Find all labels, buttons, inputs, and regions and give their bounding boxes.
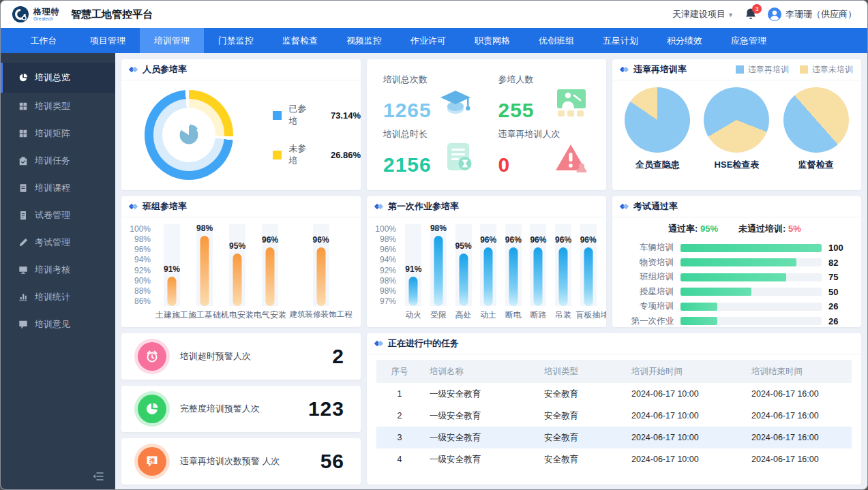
bar-column-1: 91% [401,224,426,306]
card-training-stats: 培训总次数1265参培人数255培训总时长2156违章再培训人次0 [367,59,606,190]
x-category-label: 动火 [401,309,426,321]
pie-chart-2 [704,87,769,153]
exam-bar-track [680,317,822,325]
donut-inner-ring [153,99,224,171]
nav-tab-7[interactable]: 作业许可 [396,28,460,53]
stat-row: 2156 [383,142,475,176]
tasks-table: 序号培训名称培训类型培训开始时间培训结束时间培训时长(h)状态1一级安全教育安全… [376,360,852,470]
violation-legend: 违章再培训违章未培训 [736,64,853,76]
table-cell: 3 [376,433,423,442]
notification-bell-icon[interactable]: 3 [745,7,757,21]
team-bar-chart: 100%98%96%94%92%90%88%86%91%98%95%96%96%… [121,217,361,322]
bar [484,247,493,306]
bar-column-3: 95% [451,224,476,306]
main-content: 人员参培率 已参培73.14%未参培26.86% 培训总次数1265参培人数25… [115,53,867,490]
stat-value: 2156 [383,153,432,176]
nav-tab-11[interactable]: 积分绩效 [653,28,717,53]
company-name: 格理特 Greatech [33,7,60,21]
x-category-label: 吊装 [551,309,576,321]
username: 李珊珊（供应商） [785,8,856,20]
table-row-1[interactable]: 1一级安全教育安全教育2024-06-17 10:002024-06-17 16… [376,383,852,405]
bar [459,254,468,306]
bar-value-label: 96% [555,235,571,245]
sidebar-item-10[interactable]: 培训意见 [1,311,115,338]
exam-bar-fill [680,288,751,296]
exam-row-4: 授星培训50 [619,285,850,300]
sidebar-item-3[interactable]: 培训矩阵 [1,120,115,147]
sidebar-item-9[interactable]: 培训统计 [1,284,115,311]
sidebar-item-2[interactable]: 培训类型 [1,93,115,120]
bar [316,247,325,306]
table-cell: 安全教育 [537,388,625,400]
table-header-cell: 序号 [376,366,423,378]
plot: 91%98%95%96%96%96%96%96% [401,224,601,306]
alert-label: 违章再培训次数预警 人次 [180,455,280,468]
table-cell: 一级安全教育 [423,432,537,444]
sidebar-item-4[interactable]: 培训任务 [1,147,115,174]
y-tick: 98% [380,286,396,296]
x-category-label: 动土 [476,309,501,321]
nav-tab-2[interactable]: 项目管理 [76,28,140,53]
legend-label: 违章未培训 [812,64,853,76]
main-nav: 工作台项目管理培训管理门禁监控监督检查视频监控作业许可职责网格优创班组五星计划积… [1,28,867,53]
nav-tab-5[interactable]: 监督检查 [268,28,332,53]
sidebar-item-label: 培训总览 [35,72,70,84]
bar-value-label: 96% [505,235,522,245]
alert-card-3: 违违章再培训次数预警 人次56 [121,438,361,485]
nav-tab-3[interactable]: 培训管理 [140,28,204,53]
monitor-icon [18,265,28,275]
collapse-sidebar-icon[interactable] [92,472,104,484]
alert-label: 完整度培训预警人次 [180,403,260,415]
grid-icon [18,129,28,138]
sidebar-item-7[interactable]: 考试管理 [1,229,115,256]
stat-value: 1265 [383,99,432,121]
bar-column-1: 91% [155,224,188,306]
exam-row-value: 75 [828,272,850,282]
legend-swatch [736,65,744,74]
table-row-2[interactable]: 2一级安全教育安全教育2024-06-17 10:002024-06-17 16… [376,405,852,427]
stat-value: 255 [498,99,535,121]
exam-bar-track [680,244,822,252]
stat-label: 培训总次数 [383,74,475,86]
sidebar-item-5[interactable]: 培训课程 [1,174,115,202]
sidebar-item-label: 考试管理 [35,236,70,249]
nav-tab-10[interactable]: 五星计划 [588,28,653,53]
card-team-participation: 班组参培率 100%98%96%94%92%90%88%86%91%98%95%… [121,196,361,327]
nav-tab-9[interactable]: 优创班组 [524,28,588,53]
exam-row-5: 专项培训26 [619,299,850,314]
nav-tab-4[interactable]: 门禁监控 [204,28,268,53]
sidebar-item-6[interactable]: 试卷管理 [1,202,115,229]
bar [168,277,177,306]
table-row-3[interactable]: 3一级安全教育安全教育2024-06-17 10:002024-06-17 16… [376,427,852,448]
plot-area: 91%98%95%96%96%96%96%96%动火受限高处动土断电断路吊装盲板… [401,224,601,321]
nav-tab-1[interactable]: 工作台 [12,28,76,53]
title-diamond-icon [130,66,138,73]
title-diamond-icon [620,66,629,73]
exam-row-label: 授星培训 [619,286,674,298]
alert-value: 123 [308,397,344,420]
card-title-violation-retrain: 违章再培训率 [633,63,687,76]
nav-tab-6[interactable]: 视频监控 [332,28,396,53]
bar-value-label: 96% [480,235,496,245]
pie-label: 监督检查 [783,159,849,171]
bar-value-label: 91% [164,264,180,274]
bar-value-label: 96% [530,235,546,245]
fail-rate-label: 未通过培训: [738,224,785,234]
edit-icon [18,238,28,247]
sidebar-item-1[interactable]: 培训总览 [1,63,115,93]
nav-tab-8[interactable]: 职责网格 [460,28,524,53]
nav-tab-12[interactable]: 应急管理 [717,28,781,53]
table-cell: 1 [376,389,423,399]
table-row-4[interactable]: 4一级安全教育安全教育2024-06-17 10:002024-06-17 16… [376,448,852,470]
sidebar-item-8[interactable]: 培训考核 [1,256,115,284]
exam-row-label: 物资培训 [619,257,674,269]
violation-chat-icon: 违 [138,447,166,476]
stat-row: 255 [498,87,590,121]
stat-teacher-icon [553,87,590,121]
pie-label: HSE检查表 [704,159,769,171]
user-menu[interactable]: 李珊珊（供应商） [768,7,856,21]
bar [200,236,209,306]
project-selector[interactable]: 天津建设项目▼ [672,8,734,20]
y-tick: 94% [134,255,151,264]
legend-swatch [800,65,808,74]
